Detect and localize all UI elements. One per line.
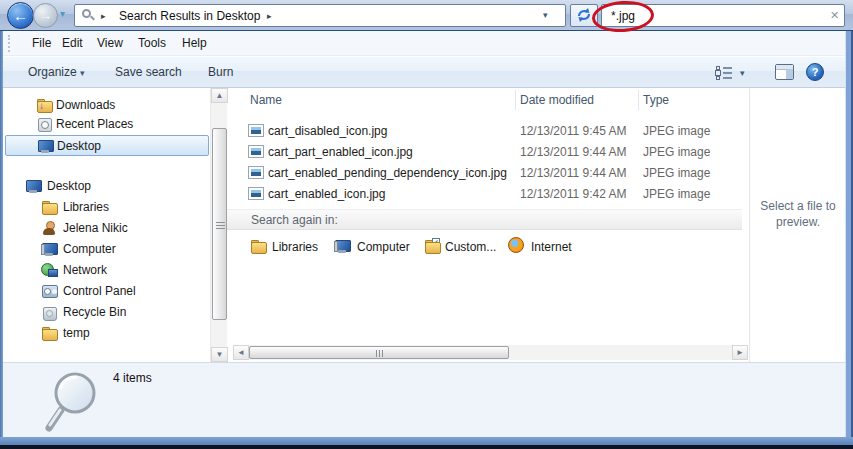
sidebar-item-recycle-bin[interactable]: Recycle Bin xyxy=(3,302,210,323)
file-row[interactable]: cart_enabled_pending_dependency_icon.jpg… xyxy=(227,163,742,184)
file-row[interactable]: cart_disabled_icon.jpg 12/13/2011 9:45 A… xyxy=(227,121,742,142)
file-type: JPEG image xyxy=(643,166,710,180)
scroll-up-icon[interactable]: ▲ xyxy=(211,88,228,103)
item-count: 4 items xyxy=(113,371,152,385)
libraries-folder-icon xyxy=(250,238,266,254)
forward-button[interactable]: → xyxy=(33,3,58,28)
jpeg-file-icon xyxy=(248,187,264,200)
column-header-date[interactable]: Date modified xyxy=(520,93,594,107)
sidebar-item-computer[interactable]: Computer xyxy=(3,239,210,260)
desktop-icon xyxy=(25,178,41,194)
recent-places-icon xyxy=(36,116,52,132)
history-dropdown-icon[interactable]: ▾ xyxy=(60,8,74,22)
save-search-button[interactable]: Save search xyxy=(115,65,182,79)
menu-grip xyxy=(8,35,11,52)
file-list: Name Date modified Type cart_disabled_ic… xyxy=(227,88,749,362)
file-row[interactable]: cart_enabled_icon.jpg 12/13/2011 9:42 AM… xyxy=(227,184,742,205)
command-toolbar: Organize ▾ Save search Burn ▾ ? xyxy=(3,56,845,88)
file-name: cart_disabled_icon.jpg xyxy=(268,124,387,138)
window-border xyxy=(0,437,853,445)
network-icon xyxy=(41,262,57,278)
sidebar-item-desktop-selected[interactable]: Desktop xyxy=(5,135,209,156)
sidebar-item-libraries[interactable]: Libraries xyxy=(3,197,210,218)
sidebar-item-network[interactable]: Network xyxy=(3,260,210,281)
chevron-down-icon: ▾ xyxy=(80,68,85,78)
preview-pane-icon[interactable] xyxy=(775,64,794,80)
column-separator[interactable] xyxy=(515,90,516,110)
refresh-button[interactable] xyxy=(570,4,598,27)
window-border xyxy=(0,31,3,449)
window-border xyxy=(845,31,853,449)
sidebar-item-recent-places[interactable]: Recent Places xyxy=(3,114,210,135)
menu-file[interactable]: File xyxy=(32,36,51,50)
custom-location-icon: ✓ xyxy=(424,238,440,254)
sidebar-item-temp[interactable]: temp xyxy=(3,323,210,344)
address-dropdown-icon[interactable]: ▾ xyxy=(543,10,548,20)
navigation-bar: ← → ▾ ▸ Search Results in Desktop ▸ ▾ *.… xyxy=(0,0,853,31)
preview-pane: Select a file to preview. xyxy=(749,88,845,362)
scroll-down-icon[interactable]: ▼ xyxy=(211,347,228,362)
file-name: cart_enabled_icon.jpg xyxy=(268,187,385,201)
file-name: cart_enabled_pending_dependency_icon.jpg xyxy=(268,166,507,180)
libraries-folder-icon xyxy=(41,199,57,215)
search-icon xyxy=(82,9,95,22)
chevron-right-icon[interactable]: ▸ xyxy=(101,11,106,21)
search-input[interactable]: *.jpg ✕ xyxy=(601,4,845,27)
address-bar[interactable]: ▸ Search Results in Desktop ▸ ▾ xyxy=(74,4,566,27)
sidebar-item-control-panel[interactable]: Control Panel xyxy=(3,281,210,302)
scrollbar-thumb[interactable] xyxy=(249,346,509,359)
horizontal-scrollbar[interactable]: ◄ ► xyxy=(233,345,748,360)
control-panel-icon xyxy=(41,283,57,299)
user-icon xyxy=(41,220,57,236)
file-date: 12/13/2011 9:45 AM xyxy=(520,124,627,138)
sidebar-item-downloads[interactable]: ↓ Downloads xyxy=(3,95,210,116)
sidebar-item-user[interactable]: Jelena Nikic xyxy=(3,218,210,239)
main-content: ↓ Downloads Recent Places Desktop Deskto… xyxy=(3,88,845,362)
file-type: JPEG image xyxy=(643,187,710,201)
menu-edit[interactable]: Edit xyxy=(62,36,83,50)
menu-help[interactable]: Help xyxy=(182,36,207,50)
breadcrumb[interactable]: Search Results in Desktop xyxy=(119,9,260,23)
column-separator[interactable] xyxy=(638,90,639,110)
scrollbar-thumb[interactable] xyxy=(212,128,227,320)
column-header-type[interactable]: Type xyxy=(643,93,669,107)
computer-icon xyxy=(41,241,57,257)
back-button[interactable]: ← xyxy=(7,2,34,29)
file-type: JPEG image xyxy=(643,145,710,159)
views-dropdown-icon[interactable]: ▾ xyxy=(740,68,745,78)
search-again-header: Search again in: xyxy=(227,210,742,230)
preview-message: Select a file to preview. xyxy=(758,198,838,230)
file-type: JPEG image xyxy=(643,124,710,138)
desktop-icon xyxy=(37,138,53,154)
views-icon[interactable] xyxy=(716,65,734,80)
organize-button[interactable]: Organize ▾ xyxy=(28,65,85,79)
file-date: 12/13/2011 9:44 AM xyxy=(520,166,627,180)
column-header-name[interactable]: Name xyxy=(250,93,282,107)
scroll-left-icon[interactable]: ◄ xyxy=(233,345,249,360)
search-magnifier-icon xyxy=(45,369,99,436)
file-date: 12/13/2011 9:44 AM xyxy=(520,145,627,159)
explorer-window: ← → ▾ ▸ Search Results in Desktop ▸ ▾ *.… xyxy=(0,0,853,449)
refresh-icon xyxy=(576,8,592,22)
scroll-right-icon[interactable]: ► xyxy=(732,345,748,360)
file-date: 12/13/2011 9:42 AM xyxy=(520,187,627,201)
jpeg-file-icon xyxy=(248,124,264,137)
internet-browser-icon xyxy=(508,237,524,253)
recycle-bin-icon xyxy=(41,304,57,320)
sidebar-item-desktop-root[interactable]: Desktop xyxy=(3,176,210,197)
menu-bar: File Edit View Tools Help xyxy=(3,31,845,56)
file-name: cart_part_enabled_icon.jpg xyxy=(268,145,413,159)
sidebar-scrollbar[interactable]: ▲ ▼ xyxy=(210,88,227,362)
jpeg-file-icon xyxy=(248,145,264,158)
menu-tools[interactable]: Tools xyxy=(138,36,166,50)
clear-search-icon[interactable]: ✕ xyxy=(830,9,839,22)
status-bar: 4 items xyxy=(3,362,845,437)
burn-button[interactable]: Burn xyxy=(208,65,233,79)
help-icon[interactable]: ? xyxy=(806,63,824,81)
menu-view[interactable]: View xyxy=(97,36,123,50)
chevron-right-icon[interactable]: ▸ xyxy=(267,11,272,21)
search-again-label: Search again in: xyxy=(251,213,338,227)
jpeg-file-icon xyxy=(248,166,264,179)
file-row[interactable]: cart_part_enabled_icon.jpg 12/13/2011 9:… xyxy=(227,142,742,163)
search-value: *.jpg xyxy=(611,9,635,23)
